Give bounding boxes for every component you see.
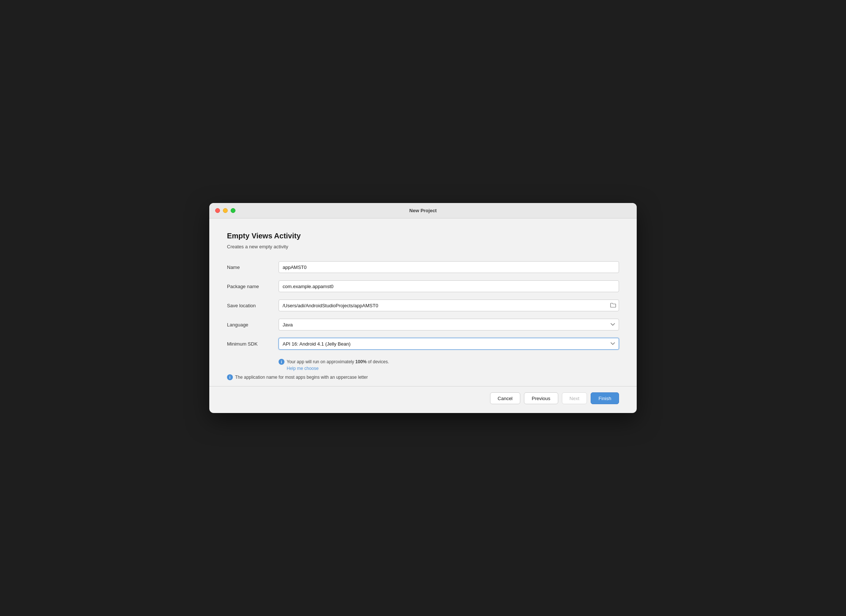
package-name-row: Package name (227, 280, 619, 292)
finish-button[interactable]: Finish (590, 392, 619, 404)
info-icon: i (279, 359, 285, 365)
package-name-input[interactable] (279, 280, 619, 292)
main-content: Empty Views Activity Creates a new empty… (209, 219, 637, 413)
save-location-wrapper (279, 299, 619, 311)
help-me-choose-link[interactable]: Help me choose (287, 366, 389, 371)
footer: Cancel Previous Next Finish (227, 392, 619, 404)
window-title: New Project (409, 208, 437, 213)
traffic-lights (215, 208, 235, 213)
sdk-info-text-before: Your app will run on approximately (287, 359, 355, 364)
title-bar: New Project (209, 203, 637, 219)
previous-button[interactable]: Previous (524, 392, 558, 404)
minimum-sdk-select[interactable]: API 16: Android 4.1 (Jelly Bean) API 21:… (279, 338, 619, 350)
close-button[interactable] (215, 208, 220, 213)
activity-title: Empty Views Activity (227, 232, 619, 240)
name-input[interactable] (279, 261, 619, 273)
browse-folder-button[interactable] (610, 302, 616, 309)
sdk-info-text-block: Your app will run on approximately 100% … (287, 358, 389, 371)
save-location-row: Save location (227, 299, 619, 311)
sdk-info-row: i Your app will run on approximately 100… (279, 358, 619, 371)
language-row: Language Java Kotlin (227, 319, 619, 330)
form-section: Name Package name Save location (227, 261, 619, 386)
footer-divider (209, 386, 637, 386)
save-location-label: Save location (227, 303, 279, 308)
bottom-info-icon: i (227, 374, 233, 380)
sdk-info-text-after: of devices. (367, 359, 389, 364)
name-row: Name (227, 261, 619, 273)
sdk-info-bold: 100% (355, 359, 367, 364)
maximize-button[interactable] (231, 208, 235, 213)
language-select[interactable]: Java Kotlin (279, 319, 619, 330)
language-label: Language (227, 322, 279, 327)
bottom-info-text: The application name for most apps begin… (235, 375, 368, 380)
save-location-input[interactable] (279, 299, 619, 311)
name-label: Name (227, 264, 279, 270)
sdk-info-text: Your app will run on approximately 100% … (287, 358, 389, 365)
next-button: Next (562, 392, 588, 404)
minimum-sdk-label: Minimum SDK (227, 341, 279, 347)
activity-description: Creates a new empty activity (227, 244, 619, 249)
minimize-button[interactable] (223, 208, 228, 213)
cancel-button[interactable]: Cancel (490, 392, 520, 404)
package-name-label: Package name (227, 284, 279, 289)
new-project-window: New Project Empty Views Activity Creates… (209, 203, 637, 413)
minimum-sdk-row: Minimum SDK API 16: Android 4.1 (Jelly B… (227, 338, 619, 350)
bottom-info-row: i The application name for most apps beg… (227, 374, 619, 380)
